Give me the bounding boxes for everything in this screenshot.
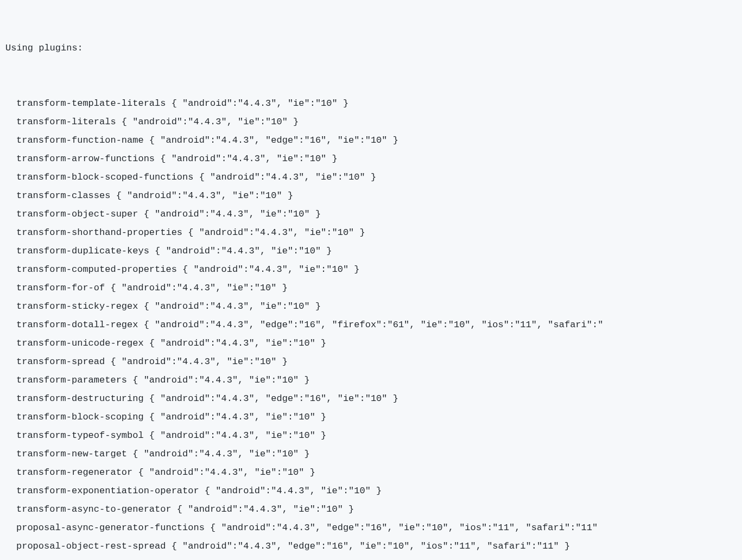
plugin-line: transform-new-target { "android":"4.4.3"… [5,445,742,463]
plugin-line: transform-object-super { "android":"4.4.… [5,205,742,224]
plugin-name: transform-arrow-functions [16,154,155,164]
plugin-name: transform-computed-properties [16,264,177,275]
plugin-name: transform-async-to-generator [16,504,172,514]
plugin-targets: { "android":"4.4.3", "edge":"16", "ie":"… [149,135,398,145]
plugin-line: transform-dotall-regex { "android":"4.4.… [5,316,742,334]
plugin-name: transform-destructuring [16,393,144,404]
plugin-name: transform-object-super [16,209,138,219]
plugin-line: transform-regenerator { "android":"4.4.3… [5,463,742,482]
plugin-targets: { "android":"4.4.3", "edge":"16", "firef… [144,320,604,330]
plugin-name: transform-sticky-regex [16,301,138,311]
plugin-line: transform-destructuring { "android":"4.4… [5,390,742,408]
plugin-name: transform-classes [16,190,110,201]
plugin-name: transform-new-target [16,449,127,459]
plugin-line: transform-block-scoped-functions { "andr… [5,168,742,187]
plugin-line: transform-shorthand-properties { "androi… [5,224,742,242]
plugin-name: transform-template-literals [16,98,166,109]
plugin-name: transform-function-name [16,135,144,145]
plugin-targets: { "android":"4.4.3", "ie":"10" } [110,283,287,293]
plugin-name: transform-literals [16,117,116,127]
plugin-targets: { "android":"4.4.3", "ie":"10" } [149,430,326,441]
plugin-targets: { "android":"4.4.3", "ie":"10" } [122,117,299,127]
plugin-line: transform-block-scoping { "android":"4.4… [5,408,742,427]
plugin-targets: { "android":"4.4.3", "ie":"10" } [199,172,376,182]
plugin-name: transform-spread [16,357,105,367]
plugin-name: transform-block-scoped-functions [16,172,193,182]
plugins-list: transform-template-literals { "android":… [5,94,742,560]
plugin-name: transform-regenerator [16,467,132,478]
plugin-targets: { "android":"4.4.3", "ie":"10" } [132,449,309,459]
plugin-targets: { "android":"4.4.3", "ie":"10" } [205,486,382,496]
plugin-line: transform-literals { "android":"4.4.3", … [5,113,742,131]
plugin-line: transform-typeof-symbol { "android":"4.4… [5,427,742,445]
plugin-name: transform-parameters [16,375,127,385]
code-block: Using plugins: transform-template-litera… [0,2,742,560]
plugin-name: proposal-async-generator-functions [16,523,205,533]
plugin-line: transform-for-of { "android":"4.4.3", "i… [5,279,742,297]
plugin-targets: { "android":"4.4.3", "ie":"10" } [144,301,321,311]
plugin-targets: { "android":"4.4.3", "ie":"10" } [182,264,359,275]
plugin-targets: { "android":"4.4.3", "edge":"16", "ie":"… [149,393,398,404]
plugin-targets: { "android":"4.4.3", "ie":"10" } [132,375,309,385]
plugin-line: transform-sticky-regex { "android":"4.4.… [5,297,742,316]
plugin-targets: { "android":"4.4.3", "ie":"10" } [160,154,337,164]
plugin-targets: { "android":"4.4.3", "ie":"10" } [144,209,321,219]
plugin-targets: { "android":"4.4.3", "ie":"10" } [172,98,348,109]
plugin-targets: { "android":"4.4.3", "ie":"10" } [188,227,365,238]
plugin-line: transform-unicode-regex { "android":"4.4… [5,334,742,353]
plugin-line: transform-computed-properties { "android… [5,260,742,279]
plugin-targets: { "android":"4.4.3", "edge":"16", "ie":"… [210,523,598,533]
plugin-name: transform-exponentiation-operator [16,486,199,496]
plugin-line: proposal-unicode-property-regex { "andro… [5,556,742,560]
plugin-line: transform-function-name { "android":"4.4… [5,131,742,150]
plugin-targets: { "android":"4.4.3", "ie":"10" } [155,246,332,256]
plugin-line: transform-duplicate-keys { "android":"4.… [5,242,742,260]
plugin-targets: { "android":"4.4.3", "ie":"10" } [116,190,293,201]
plugin-name: transform-block-scoping [16,412,144,422]
plugin-line: proposal-async-generator-functions { "an… [5,519,742,537]
plugins-header: Using plugins: [5,39,742,58]
plugin-name: transform-shorthand-properties [16,227,182,238]
plugin-line: transform-arrow-functions { "android":"4… [5,150,742,168]
plugin-targets: { "android":"4.4.3", "ie":"10" } [149,338,326,348]
plugin-name: transform-for-of [16,283,105,293]
plugin-targets: { "android":"4.4.3", "ie":"10" } [149,412,326,422]
plugin-line: transform-parameters { "android":"4.4.3"… [5,371,742,390]
plugin-line: transform-spread { "android":"4.4.3", "i… [5,353,742,371]
plugin-targets: { "android":"4.4.3", "ie":"10" } [177,504,354,514]
plugin-line: transform-exponentiation-operator { "and… [5,482,742,500]
plugin-targets: { "android":"4.4.3", "ie":"10" } [110,357,287,367]
plugin-name: transform-dotall-regex [16,320,138,330]
plugin-name: transform-typeof-symbol [16,430,144,441]
plugin-line: transform-template-literals { "android":… [5,94,742,113]
plugin-line: transform-classes { "android":"4.4.3", "… [5,187,742,205]
plugin-targets: { "android":"4.4.3", "ie":"10" } [138,467,315,478]
plugin-name: transform-duplicate-keys [16,246,149,256]
plugin-targets: { "android":"4.4.3", "edge":"16", "ie":"… [172,541,570,551]
plugin-name: transform-unicode-regex [16,338,144,348]
plugin-name: proposal-object-rest-spread [16,541,166,551]
plugin-line: transform-async-to-generator { "android"… [5,500,742,519]
plugin-line: proposal-object-rest-spread { "android":… [5,537,742,556]
